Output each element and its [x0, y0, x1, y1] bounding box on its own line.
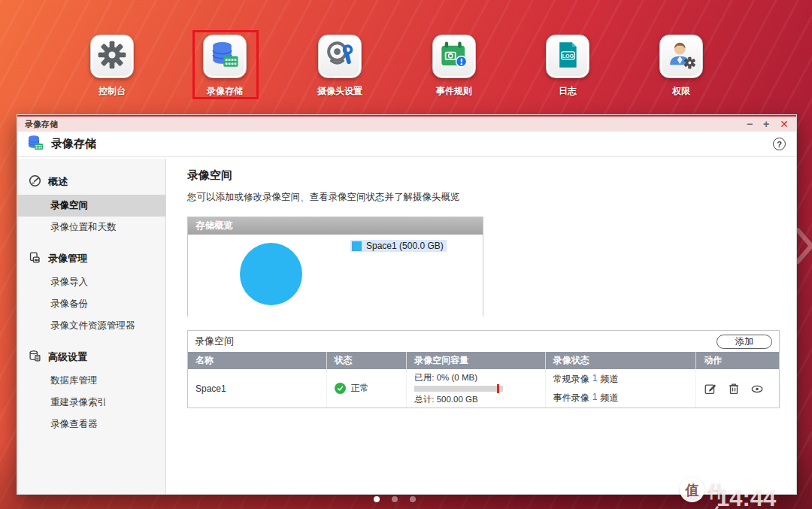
next-page-chevron-icon[interactable] — [795, 228, 812, 267]
dock-app-console[interactable]: 控制台 — [67, 35, 157, 98]
cell-actions — [696, 369, 779, 408]
dock-app-camera-settings[interactable]: 摄像头设置 — [295, 35, 385, 98]
sidebar-item-rebuild-index[interactable]: 重建录像索引 — [17, 392, 165, 414]
rec-label: 常规录像 — [553, 373, 589, 386]
capacity-threshold-marker — [497, 384, 499, 393]
cell-status: 正常 — [327, 369, 408, 408]
app-label: 控制台 — [98, 85, 126, 98]
sidebar-item-database-management[interactable]: 数据库管理 — [17, 370, 165, 392]
capacity-total: 总计: 500.00 GB — [414, 394, 503, 405]
view-icon[interactable] — [750, 382, 764, 395]
dock-app-event-rules[interactable]: 事件规则 — [409, 35, 499, 98]
section-label: 概述 — [48, 175, 68, 189]
sidebar-item-recording-viewer[interactable]: 录像查看器 — [17, 414, 165, 435]
rec-count: 1 — [592, 392, 598, 404]
cell-name: Space1 — [188, 369, 327, 408]
page-dot-3[interactable] — [410, 496, 416, 502]
sidebar-section-recording-management: 录像管理 — [17, 246, 165, 271]
page-dot-1[interactable] — [374, 496, 380, 502]
rec-count: 1 — [592, 373, 598, 386]
app-label: 事件规则 — [436, 85, 472, 98]
dock-app-logs[interactable]: LOG 日志 — [523, 35, 613, 98]
section-label: 录像管理 — [48, 252, 87, 265]
sidebar-item-location-days[interactable]: 录像位置和天数 — [17, 217, 165, 238]
app-label: 日志 — [559, 85, 577, 98]
rec-label: 事件录像 — [553, 392, 589, 404]
log-icon-text: LOG — [562, 53, 574, 59]
status-text: 正常 — [351, 382, 369, 395]
sidebar-item-recording-file-explorer[interactable]: 录像文件资源管理器 — [17, 315, 165, 337]
help-icon[interactable]: ? — [773, 138, 786, 150]
col-status: 状态 — [327, 352, 408, 369]
status-ok-icon — [335, 383, 346, 394]
event-recording-line: 事件录像 1 频道 — [553, 392, 619, 404]
page-dot-2[interactable] — [392, 496, 398, 502]
close-button[interactable]: ✕ — [780, 119, 789, 129]
legend-label: Space1 (500.0 GB) — [366, 241, 444, 251]
rec-unit: 频道 — [600, 373, 618, 386]
copy-camera-icon — [29, 251, 41, 266]
selection-highlight-box — [192, 30, 259, 99]
user-gear-icon — [665, 39, 697, 74]
watermark-badge: 值 — [680, 477, 704, 502]
storage-overview-header: 存储概览 — [188, 217, 483, 235]
content-description: 您可以添加或修改录像空间、查看录像空间状态并了解摄像头概览 — [187, 191, 796, 204]
console-tile[interactable] — [90, 35, 134, 78]
minimize-button[interactable]: − — [747, 119, 753, 129]
col-name: 名称 — [188, 352, 327, 369]
capacity-bar — [414, 386, 503, 392]
sidebar-item-recording-backup[interactable]: 录像备份 — [17, 293, 165, 315]
sidebar-item-recording-import[interactable]: 录像导入 — [17, 271, 165, 293]
webcam-wrench-icon — [324, 39, 356, 74]
gear-icon — [97, 40, 127, 73]
sidebar: 概述 录像空间 录像位置和天数 录像管理 — [17, 159, 166, 494]
col-actions: 动作 — [696, 352, 779, 369]
window-header: 录像存储 ? — [17, 132, 796, 157]
section-label: 高级设置 — [48, 350, 87, 364]
app-label: 摄像头设置 — [317, 85, 362, 98]
rec-unit: 频道 — [600, 392, 618, 404]
window-title: 录像存储 — [25, 119, 58, 130]
storage-pie-chart[interactable] — [240, 243, 302, 305]
recording-spaces-table: 录像空间 添加 名称 状态 录像空间容量 录像状态 动作 Space1 — [187, 330, 780, 408]
log-document-icon: LOG — [553, 40, 583, 73]
maximize-button[interactable]: + — [763, 119, 769, 129]
desktop-pagination — [374, 496, 416, 502]
main-content: 录像空间 您可以添加或修改录像空间、查看录像空间状态并了解摄像头概览 存储概览 … — [166, 159, 796, 494]
database-doc-icon — [29, 350, 41, 365]
dock-app-permissions[interactable]: 权限 — [636, 35, 726, 98]
event-rules-tile[interactable] — [432, 35, 476, 78]
edit-icon[interactable] — [704, 382, 717, 395]
clock: 14:44 — [717, 485, 776, 509]
camera-settings-tile[interactable] — [318, 35, 362, 78]
sidebar-item-recording-space[interactable]: 录像空间 — [17, 195, 165, 217]
capacity-used: 已用: 0% (0 MB) — [414, 372, 503, 383]
logs-tile[interactable]: LOG — [546, 35, 589, 78]
cell-recording-status: 常规录像 1 频道 事件录像 1 频道 — [546, 369, 696, 408]
delete-icon[interactable] — [727, 382, 741, 395]
storage-overview-panel: 存储概览 Space1 (500.0 GB) — [187, 217, 483, 317]
gauge-icon — [29, 174, 41, 189]
sidebar-section-overview: 概述 — [17, 169, 165, 195]
legend-swatch — [352, 241, 362, 251]
permissions-tile[interactable] — [659, 35, 703, 78]
col-capacity: 录像空间容量 — [407, 352, 546, 369]
table-section-title: 录像空间 — [195, 335, 234, 348]
add-button[interactable]: 添加 — [717, 335, 772, 349]
regular-recording-line: 常规录像 1 频道 — [553, 373, 619, 386]
col-recording-status: 录像状态 — [546, 352, 696, 369]
table-row[interactable]: Space1 正常 已用: 0% (0 MB) — [188, 369, 779, 408]
app-label: 权限 — [672, 85, 690, 98]
legend-item-space1[interactable]: Space1 (500.0 GB) — [350, 240, 447, 252]
content-title: 录像空间 — [187, 168, 796, 183]
recording-storage-window: 录像存储 − + ✕ 录像存储 ? — [17, 114, 797, 495]
table-header-row: 名称 状态 录像空间容量 录像状态 动作 — [188, 352, 779, 369]
database-film-icon — [26, 134, 44, 155]
page-title: 录像存储 — [51, 137, 96, 151]
cell-capacity: 已用: 0% (0 MB) 总计: 500.00 GB — [407, 369, 546, 408]
calendar-alert-icon — [438, 39, 470, 74]
window-titlebar[interactable]: 录像存储 − + ✕ — [17, 115, 796, 132]
sidebar-section-advanced-settings: 高级设置 — [17, 344, 165, 370]
